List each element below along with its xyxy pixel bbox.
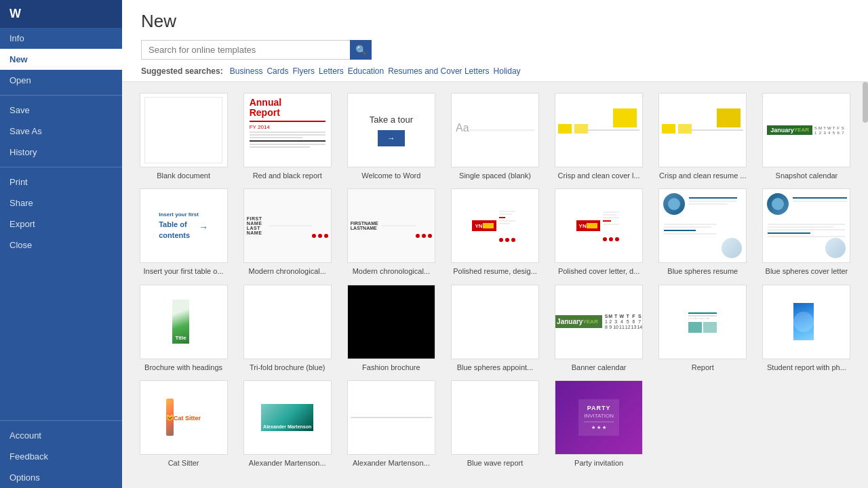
template-label: Report [692, 363, 714, 372]
template-label: Crisp and clean resume ... [659, 171, 746, 180]
template-thumb-trifold [243, 285, 332, 359]
template-thumb-party: PARTY INVITATION ★ ★ ★ [555, 380, 643, 455]
template-modern-chron1[interactable]: FIRST NAME LAST NAME Modern chronologica… [239, 188, 335, 276]
suggestion-letters[interactable]: Letters [319, 66, 344, 76]
sidebar-item-print[interactable]: Print [0, 171, 122, 192]
sidebar-item-save[interactable]: Save [0, 100, 122, 121]
suggestion-education[interactable]: Education [348, 66, 384, 76]
suggestion-resumes[interactable]: Resumes and Cover Letters [388, 66, 489, 76]
template-modern-chron2[interactable]: FIRSTNAME LASTNAME Modern chronological.… [343, 188, 439, 276]
template-thumb-cat: 🐱 Cat Sitter [140, 380, 228, 455]
template-label: Blank document [157, 171, 210, 180]
sidebar-item-account[interactable]: Account [0, 425, 122, 446]
suggestion-cards[interactable]: Cards [267, 66, 288, 76]
template-thumb-appt [451, 285, 539, 359]
sidebar-item-save-as[interactable]: Save As [0, 121, 122, 142]
suggested-searches: Suggested searches: Business Cards Flyer… [141, 66, 849, 81]
template-label: Insert your first table o... [144, 266, 224, 276]
tour-text: Take a tour [370, 115, 413, 125]
template-thumb-polished-resume: YN [451, 188, 539, 263]
sidebar-item-info[interactable]: Info [0, 28, 122, 49]
suggestion-flyers[interactable]: Flyers [292, 66, 315, 76]
template-label: Banner calendar [572, 363, 627, 372]
template-label: Blue wave report [467, 458, 524, 468]
template-student-report[interactable]: Student report with ph... [759, 285, 854, 372]
template-report[interactable]: REPORT TITLE20xx Report [655, 285, 751, 372]
template-thumb-alex: Alexander Martenson [243, 380, 332, 455]
sidebar-item-options[interactable]: Options [0, 467, 122, 488]
template-crisp-resume[interactable]: Crisp and clean resume ... [655, 93, 751, 180]
template-label: Blue spheres appoint... [457, 363, 534, 372]
sidebar-item-open[interactable]: Open [0, 70, 122, 91]
search-input[interactable] [141, 40, 372, 60]
sidebar-item-export[interactable]: Export [0, 214, 122, 235]
template-single-spaced[interactable]: Aa Single spaced (blank) [447, 93, 542, 180]
template-thumb-modern-chron2: FIRSTNAME LASTNAME [347, 188, 435, 263]
template-snapshot-calendar[interactable]: JanuaryYEAR SMTWTFS 1234567 Snapshot cal… [759, 93, 854, 180]
page-header: New 🔍 Suggested searches: Business Cards… [122, 0, 868, 82]
template-label: Polished resume, desig... [453, 266, 537, 276]
template-label: Single spaced (blank) [459, 171, 531, 180]
template-thumb-blue-spheres-cover [762, 188, 850, 263]
main-content: New 🔍 Suggested searches: Business Cards… [122, 0, 868, 488]
template-tour[interactable]: Take a tour → Welcome to Word [343, 93, 439, 180]
suggestion-business[interactable]: Business [230, 66, 263, 76]
template-label: Modern chronological... [353, 266, 430, 276]
template-blue-spheres-cover[interactable]: Blue spheres cover letter [759, 188, 854, 276]
sidebar-item-close[interactable]: Close [0, 235, 122, 256]
scrollbar-thumb[interactable] [863, 82, 868, 123]
template-thumb-calendar: JanuaryYEAR SMTWTFS 1234567 [762, 93, 850, 167]
template-cat-sitter[interactable]: 🐱 Cat Sitter Cat Sitter [136, 380, 231, 468]
template-thumb-annual: AnnualReport FY 2014 [243, 93, 332, 167]
template-thumb-blue-wave [451, 380, 539, 455]
template-thumb-invoice [347, 380, 435, 455]
template-thumb-modern-chron1: FIRST NAME LAST NAME [243, 188, 332, 263]
template-banner-calendar[interactable]: JanuaryYEAR SMTWTFS 1234567 891011121314… [551, 285, 647, 372]
app-logo: W [0, 0, 122, 28]
suggested-label: Suggested searches: [141, 66, 223, 76]
template-brochure[interactable]: Title Brochure with headings [136, 285, 231, 372]
template-label: Alexander Martenson... [249, 458, 326, 468]
template-label: Blue spheres cover letter [766, 266, 848, 276]
template-label: Fashion brochure [362, 363, 420, 372]
template-thumb-tour: Take a tour → [347, 93, 435, 167]
template-thumb-crisp-cover [555, 93, 643, 167]
template-alex-resume[interactable]: Alexander Martenson Alexander Martenson.… [239, 380, 335, 468]
template-label: Modern chronological... [249, 266, 326, 276]
template-polished-cover[interactable]: YN [551, 188, 647, 276]
sidebar-item-new[interactable]: New [0, 49, 122, 70]
template-label: Cat Sitter [168, 458, 199, 468]
template-label: Student report with ph... [767, 363, 846, 372]
template-blue-wave[interactable]: Blue wave report [447, 380, 542, 468]
template-label: Party invitation [574, 458, 623, 468]
template-label: Alexander Martenson... [353, 458, 430, 468]
search-button[interactable]: 🔍 [350, 40, 372, 60]
template-thumb-brochure: Title [140, 285, 228, 359]
template-label: Welcome to Word [361, 171, 420, 180]
template-blank[interactable]: Blank document [136, 93, 231, 180]
search-wrapper: 🔍 [141, 40, 372, 60]
template-invoice[interactable]: Alexander Martenson... [343, 380, 439, 468]
template-party-invite[interactable]: PARTY INVITATION ★ ★ ★ Party invitation [551, 380, 647, 468]
sidebar-item-share[interactable]: Share [0, 192, 122, 214]
template-label: Crisp and clean cover l... [558, 171, 640, 180]
template-label: Snapshot calendar [776, 171, 838, 180]
template-thumb-banner-cal: JanuaryYEAR SMTWTFS 1234567 891011121314 [555, 285, 643, 359]
template-label: Blue spheres resume [667, 266, 738, 276]
template-toc[interactable]: Insert your firstTable ofcontents → Inse… [136, 188, 231, 276]
template-annual-report[interactable]: AnnualReport FY 2014 Red and black repor… [239, 93, 335, 180]
template-fashion[interactable]: Fashion brochure [343, 285, 439, 372]
scrollbar-track[interactable] [863, 82, 868, 488]
template-blue-spheres-resume[interactable]: Blue spheres resume [655, 188, 751, 276]
template-trifold[interactable]: Tri-fold brochure (blue) [239, 285, 335, 372]
sidebar-item-history[interactable]: History [0, 142, 122, 163]
template-thumb-toc: Insert your firstTable ofcontents → [140, 188, 228, 263]
suggestion-holiday[interactable]: Holiday [494, 66, 521, 76]
template-polished-resume[interactable]: YN [447, 188, 542, 276]
sidebar-item-feedback[interactable]: Feedback [0, 446, 122, 467]
template-thumb-polished-cover: YN [555, 188, 643, 263]
template-thumb-fashion [347, 285, 435, 359]
template-crisp-cover[interactable]: Crisp and clean cover l... [551, 93, 647, 180]
template-appt[interactable]: Blue spheres appoint... [447, 285, 542, 372]
template-thumb-blue-spheres-resume [658, 188, 747, 263]
